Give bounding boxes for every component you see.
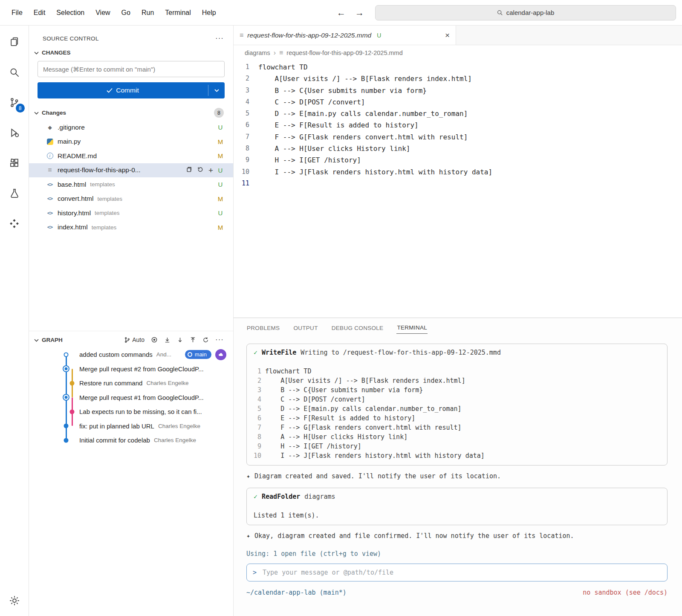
menu-selection[interactable]: Selection [51, 6, 90, 19]
close-tab-icon[interactable]: × [445, 31, 450, 40]
command-center-search[interactable]: calendar-app-lab [375, 5, 676, 20]
scm-changes-badge: 8 [16, 104, 25, 113]
editor-code-area[interactable]: 1flowchart TD 2 A[User visits /] --> B[F… [234, 60, 682, 318]
commit-row[interactable]: Merge pull request #2 from GoogleCloudP.… [29, 362, 233, 376]
terminal-code-line: 3 B --> C{User submits number via form} [254, 385, 660, 395]
commit-dot-icon [70, 381, 75, 385]
terminal-code-line: 7 F --> G[Flask renders convert.html wit… [254, 423, 660, 432]
commit-author: Charles Engelke [154, 437, 196, 443]
file-row-index-html[interactable]: <> index.html templates M [29, 220, 233, 235]
gemini-code-assist-icon[interactable] [5, 214, 24, 233]
menu-go[interactable]: Go [116, 6, 136, 19]
source-control-icon[interactable]: 8 [5, 93, 24, 112]
branch-icon [124, 337, 130, 343]
stage-changes-icon[interactable]: + [208, 166, 213, 174]
context-files-note: Using: 1 open file (ctrl+g to view) [246, 549, 669, 558]
terminal-code-line: 1flowchart TD [254, 367, 660, 376]
menu-terminal[interactable]: Terminal [159, 6, 196, 19]
commit-dropdown-button[interactable] [208, 82, 225, 98]
menu-view[interactable]: View [90, 6, 116, 19]
file-row-convert-html[interactable]: <> convert.html templates M [29, 192, 233, 206]
breadcrumb[interactable]: diagrams › ≡ request-flow-for-this-app-0… [234, 45, 682, 60]
readfolder-tool-call-box: ✓ ReadFolder diagrams Listed 1 item(s). [246, 488, 668, 525]
sidebar-more-actions-icon[interactable]: ··· [215, 34, 224, 43]
commit-row[interactable]: Merge pull request #1 from GoogleCloudP.… [29, 390, 233, 405]
file-row-readme[interactable]: i README.md M [29, 149, 233, 163]
discard-changes-icon[interactable] [197, 166, 203, 174]
tab-problems[interactable]: PROBLEMS [246, 322, 280, 334]
run-debug-icon[interactable] [5, 123, 24, 142]
settings-gear-icon[interactable] [5, 591, 24, 610]
cli-status-bar: ~/calendar-app-lab (main*) no sandbox (s… [246, 588, 668, 597]
success-check-icon: ✓ [254, 348, 257, 357]
file-row-main-py[interactable]: main.py M [29, 135, 233, 149]
changes-tree-header[interactable]: Changes 8 [29, 105, 233, 120]
code-line: 4 C --> D[POST /convert] [234, 96, 682, 108]
menu-help[interactable]: Help [197, 6, 222, 19]
html-file-icon: <> [46, 182, 54, 188]
commit-row[interactable]: Restore run command Charles Engelke [29, 376, 233, 390]
file-row-gitignore[interactable]: ◆ .gitignore U [29, 120, 233, 135]
breadcrumb-separator-icon: › [274, 49, 276, 57]
file-row-request-flow-mmd[interactable]: ≡ request-flow-for-this-app-0... + U [29, 163, 233, 178]
graph-section-header[interactable]: GRAPH Auto ··· [29, 331, 233, 347]
gemini-cli-input-box[interactable]: > [246, 564, 668, 581]
commit-row[interactable]: Lab expects run to be missing, so it can… [29, 405, 233, 419]
editor-tab-request-flow-mmd[interactable]: ≡ request-flow-for-this-app-09-12-2025.m… [234, 26, 456, 45]
forward-arrow-icon[interactable]: → [355, 8, 364, 18]
tab-debug-console[interactable]: DEBUG CONSOLE [331, 322, 384, 334]
commit-message: fix: put in planned lab URL [79, 422, 154, 430]
graph-auto-repo-picker[interactable]: Auto [124, 336, 144, 343]
breadcrumb-file[interactable]: request-flow-for-this-app-09-12-2025.mmd [286, 49, 402, 56]
code-line: 7 F --> G[Flask renders convert.html wit… [234, 131, 682, 143]
open-file-icon[interactable] [185, 166, 192, 174]
sandbox-status: no sandbox (see /docs) [583, 588, 668, 597]
back-arrow-icon[interactable]: ← [337, 8, 346, 18]
editor-tab-bar: ≡ request-flow-for-this-app-09-12-2025.m… [234, 26, 682, 45]
changes-header-label: CHANGES [42, 49, 71, 56]
check-icon [107, 88, 113, 93]
gemini-cli-message-input[interactable] [263, 568, 661, 577]
code-line: 10 I --> J[Flask renders history.html wi… [234, 166, 682, 178]
chevron-down-icon [34, 337, 39, 343]
assistant-message: ✦ Diagram created and saved. I'll notify… [246, 471, 669, 481]
commit-message-input[interactable] [38, 61, 225, 77]
push-icon[interactable] [190, 337, 196, 343]
file-folder: templates [90, 181, 115, 188]
refresh-icon[interactable] [202, 337, 209, 343]
terminal-code-line: 4 C --> D[POST /convert] [254, 395, 660, 404]
file-row-base-html[interactable]: <> base.html templates U [29, 177, 233, 192]
fetch-icon[interactable] [164, 337, 170, 343]
commit-row[interactable]: Initial commit for codelab Charles Engel… [29, 433, 233, 448]
terminal-view[interactable]: ✓ WriteFile Writing to /request-flow-for… [234, 338, 682, 616]
commit-button[interactable]: Commit [38, 82, 225, 98]
extensions-icon[interactable] [5, 153, 24, 172]
commit-message: Merge pull request #1 from GoogleCloudP.… [79, 394, 204, 401]
explorer-icon[interactable] [5, 32, 24, 51]
graph-more-actions-icon[interactable]: ··· [215, 335, 224, 344]
menu-run[interactable]: Run [136, 6, 159, 19]
pull-icon[interactable] [177, 337, 183, 343]
file-row-history-html[interactable]: <> history.html templates U [29, 206, 233, 220]
html-file-icon: <> [46, 210, 54, 216]
remote-cloud-avatar[interactable] [215, 349, 226, 360]
commit-row[interactable]: fix: put in planned lab URL Charles Enge… [29, 419, 233, 434]
menu-file[interactable]: File [6, 6, 28, 19]
changes-tree-label: Changes [42, 110, 66, 116]
commit-dot-icon [64, 438, 69, 442]
menubar: File Edit Selection View Go Run Terminal… [6, 6, 222, 19]
search-view-icon[interactable] [5, 63, 24, 81]
tab-output[interactable]: OUTPUT [293, 322, 318, 334]
git-status-letter: U [217, 167, 224, 174]
commits-target-icon[interactable] [151, 336, 158, 343]
branch-badge-main[interactable]: main [185, 350, 211, 359]
breadcrumb-folder[interactable]: diagrams [245, 49, 270, 56]
chevron-down-icon [34, 49, 39, 56]
changes-section-header[interactable]: CHANGES [29, 47, 233, 58]
search-text: calendar-app-lab [506, 9, 555, 16]
testing-icon[interactable] [5, 184, 24, 202]
commit-row[interactable]: added custom commands And... main [29, 347, 233, 362]
success-check-icon: ✓ [254, 492, 257, 501]
menu-edit[interactable]: Edit [28, 6, 51, 19]
tab-terminal[interactable]: TERMINAL [396, 322, 428, 334]
